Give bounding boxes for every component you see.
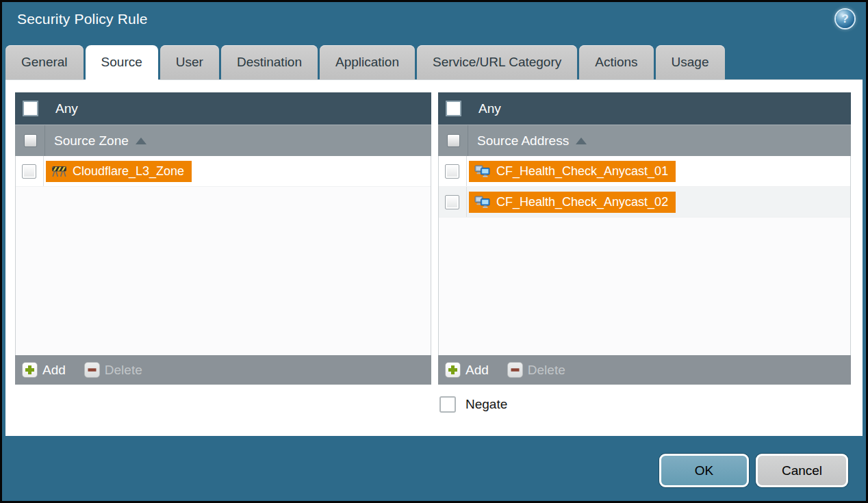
help-icon[interactable]: ?	[836, 10, 854, 28]
source-zone-column-header[interactable]: Source Zone	[15, 125, 431, 156]
row-checkbox[interactable]	[445, 195, 459, 209]
tab-general[interactable]: General	[5, 45, 84, 79]
tab-destination[interactable]: Destination	[221, 45, 318, 79]
tab-user[interactable]: User	[160, 45, 219, 79]
address-icon	[474, 196, 491, 209]
source-address-any-checkbox[interactable]	[446, 101, 461, 116]
dialog-tabbar: GeneralSourceUserDestinationApplicationS…	[5, 45, 725, 83]
delete-button-label: Delete	[528, 363, 565, 378]
column-header-label: Source Address	[477, 133, 569, 149]
delete-icon	[84, 362, 100, 378]
source-address-list: CF_Health_Check_Anycast_01CF_Health_Chec…	[438, 156, 851, 355]
source-zone-any-checkbox[interactable]	[23, 101, 38, 116]
object-label: CF_Health_Check_Anycast_02	[496, 195, 668, 209]
select-all-checkbox[interactable]	[24, 134, 37, 147]
tab-source[interactable]: Source	[86, 45, 158, 83]
column-divider	[44, 125, 45, 156]
table-row[interactable]: CF_Health_Check_Anycast_01	[439, 156, 850, 187]
object-label: CF_Health_Check_Anycast_01	[496, 164, 668, 179]
tab-usage[interactable]: Usage	[656, 45, 725, 79]
table-row[interactable]: Cloudflare_L3_Zone	[16, 156, 431, 187]
ok-button[interactable]: OK	[659, 454, 749, 487]
add-icon	[22, 362, 38, 378]
delete-button-label: Delete	[105, 363, 142, 378]
cancel-button[interactable]: Cancel	[756, 454, 848, 487]
column-divider	[466, 187, 467, 217]
tab-service-url-category[interactable]: Service/URL Category	[417, 45, 577, 79]
source-zone-list: Cloudflare_L3_Zone	[15, 156, 431, 355]
add-button-label: Add	[42, 363, 66, 378]
negate-checkbox[interactable]	[439, 396, 456, 413]
source-address-panel: Any Source Address CF_Health_Check_Anyca…	[438, 92, 851, 385]
page-title: Security Policy Rule	[17, 11, 148, 27]
tab-content: Any Source Zone Cloudflare_L3_Zone Add	[5, 79, 863, 436]
object-label: Cloudflare_L3_Zone	[73, 164, 184, 179]
delete-icon	[507, 362, 523, 378]
source-zone-footer: Add Delete	[15, 355, 431, 385]
sort-ascending-icon	[576, 138, 587, 144]
select-all-checkbox[interactable]	[447, 134, 460, 147]
table-row[interactable]: CF_Health_Check_Anycast_02	[439, 187, 850, 218]
source-zone-panel: Any Source Zone Cloudflare_L3_Zone Add	[15, 92, 431, 385]
source-address-footer: Add Delete	[438, 355, 851, 385]
source-address-any-bar: Any	[438, 92, 851, 125]
negate-label: Negate	[465, 397, 507, 412]
row-checkbox[interactable]	[445, 164, 459, 179]
zone-icon	[51, 165, 67, 177]
delete-button[interactable]: Delete	[84, 362, 142, 378]
tab-application[interactable]: Application	[320, 45, 415, 79]
row-checkbox[interactable]	[22, 164, 36, 179]
column-header-label: Source Zone	[54, 133, 129, 149]
add-button[interactable]: Add	[22, 362, 66, 378]
column-divider	[43, 156, 44, 186]
any-label: Any	[478, 101, 501, 116]
column-divider	[468, 125, 468, 156]
any-label: Any	[55, 101, 78, 116]
security-policy-rule-dialog: Security Policy Rule ? GeneralSourceUser…	[0, 0, 868, 503]
object-chip[interactable]: Cloudflare_L3_Zone	[46, 161, 192, 182]
source-zone-any-bar: Any	[15, 92, 431, 125]
address-icon	[474, 165, 491, 178]
add-button[interactable]: Add	[445, 362, 489, 378]
delete-button[interactable]: Delete	[507, 362, 565, 378]
object-chip[interactable]: CF_Health_Check_Anycast_01	[469, 161, 676, 182]
negate-option: Negate	[439, 396, 507, 413]
add-button-label: Add	[465, 363, 489, 378]
object-chip[interactable]: CF_Health_Check_Anycast_02	[469, 192, 676, 213]
tab-actions[interactable]: Actions	[579, 45, 653, 79]
add-icon	[445, 362, 461, 378]
source-address-column-header[interactable]: Source Address	[438, 125, 851, 156]
sort-ascending-icon	[136, 138, 146, 144]
column-divider	[466, 156, 467, 186]
